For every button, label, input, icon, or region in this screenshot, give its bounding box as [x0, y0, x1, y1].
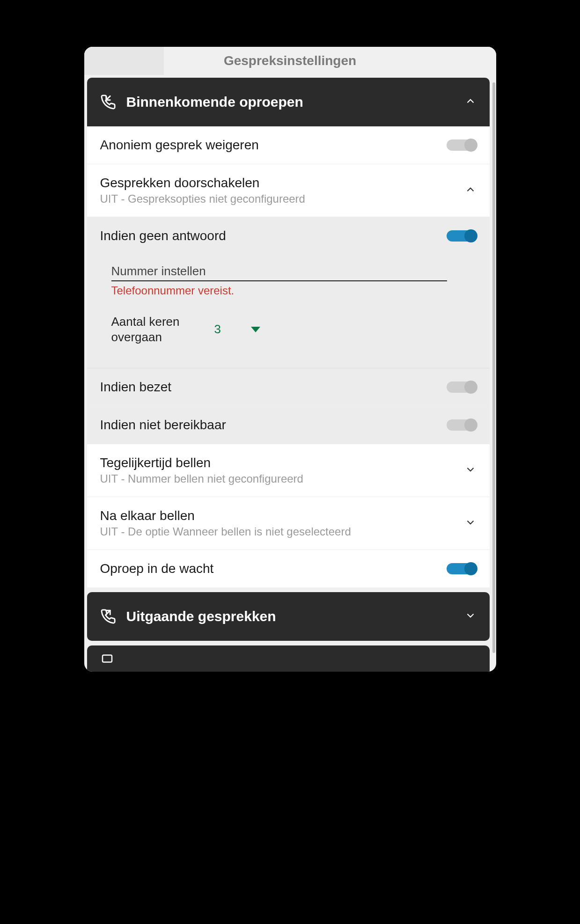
no-answer-number-input[interactable]	[111, 262, 448, 281]
dropdown-triangle-icon	[251, 327, 260, 332]
outgoing-call-icon	[100, 609, 119, 624]
section-outgoing-calls[interactable]: Uitgaande gesprekken	[87, 592, 490, 641]
call-waiting-label: Oproep in de wacht	[100, 561, 447, 576]
voicemail-icon	[100, 652, 119, 666]
section-incoming-label: Binnenkomende oproepen	[126, 94, 464, 110]
row-unreachable: Indien niet bereikbaar	[87, 406, 490, 444]
row-call-waiting: Oproep in de wacht	[87, 550, 490, 587]
busy-label: Indien bezet	[100, 380, 447, 395]
call-forwarding-label: Gesprekken doorschakelen	[100, 176, 464, 191]
row-simultaneous-ring[interactable]: Tegelijkertijd bellen UIT - Nummer belle…	[87, 444, 490, 497]
toggle-anonymous-reject[interactable]	[447, 139, 477, 151]
row-busy: Indien bezet	[87, 368, 490, 406]
row-anonymous-reject: Anoniem gesprek weigeren	[87, 126, 490, 164]
anonymous-reject-label: Anoniem gesprek weigeren	[100, 138, 447, 153]
row-call-forwarding[interactable]: Gesprekken doorschakelen UIT - Gesprekso…	[87, 164, 490, 217]
toggle-busy[interactable]	[447, 381, 477, 393]
settings-panel: Gespreksinstellingen Binnenkomende oproe…	[84, 47, 496, 672]
chevron-up-icon	[464, 183, 477, 198]
row-sequential-ring[interactable]: Na elkaar bellen UIT - De optie Wanneer …	[87, 497, 490, 550]
chevron-down-icon	[464, 609, 477, 623]
sequential-ring-sub: UIT - De optie Wanneer bellen is niet ge…	[100, 525, 464, 538]
section-voicemail-peek[interactable]	[87, 645, 490, 672]
row-no-answer: Indien geen antwoord	[87, 217, 490, 255]
rings-select[interactable]: 3	[214, 322, 260, 337]
toggle-no-answer[interactable]	[447, 230, 477, 242]
section-incoming-calls[interactable]: Binnenkomende oproepen	[87, 78, 490, 126]
svg-rect-0	[103, 655, 112, 662]
tab-header: Gespreksinstellingen	[84, 47, 496, 75]
tab-stub[interactable]	[84, 47, 164, 75]
chevron-down-icon	[464, 516, 477, 530]
toggle-call-waiting[interactable]	[447, 563, 477, 574]
incoming-call-icon	[100, 94, 119, 110]
rings-label: Aantal keren overgaan	[111, 314, 196, 345]
no-answer-label: Indien geen antwoord	[100, 228, 447, 243]
section-outgoing-label: Uitgaande gesprekken	[126, 609, 464, 624]
simultaneous-ring-label: Tegelijkertijd bellen	[100, 455, 464, 470]
unreachable-label: Indien niet bereikbaar	[100, 418, 447, 433]
no-answer-error: Telefoonnummer vereist.	[111, 284, 477, 297]
chevron-down-icon	[464, 463, 477, 477]
scroll-area[interactable]: Binnenkomende oproepen Anoniem gesprek w…	[84, 78, 496, 672]
no-answer-detail: Telefoonnummer vereist. Aantal keren ove…	[87, 255, 490, 368]
call-forwarding-sub: UIT - Gespreksopties niet geconfigureerd	[100, 192, 464, 205]
chevron-up-icon	[464, 95, 477, 109]
sequential-ring-label: Na elkaar bellen	[100, 508, 464, 523]
toggle-unreachable[interactable]	[447, 419, 477, 431]
simultaneous-ring-sub: UIT - Nummer bellen niet geconfigureerd	[100, 472, 464, 485]
rings-value: 3	[214, 322, 221, 337]
